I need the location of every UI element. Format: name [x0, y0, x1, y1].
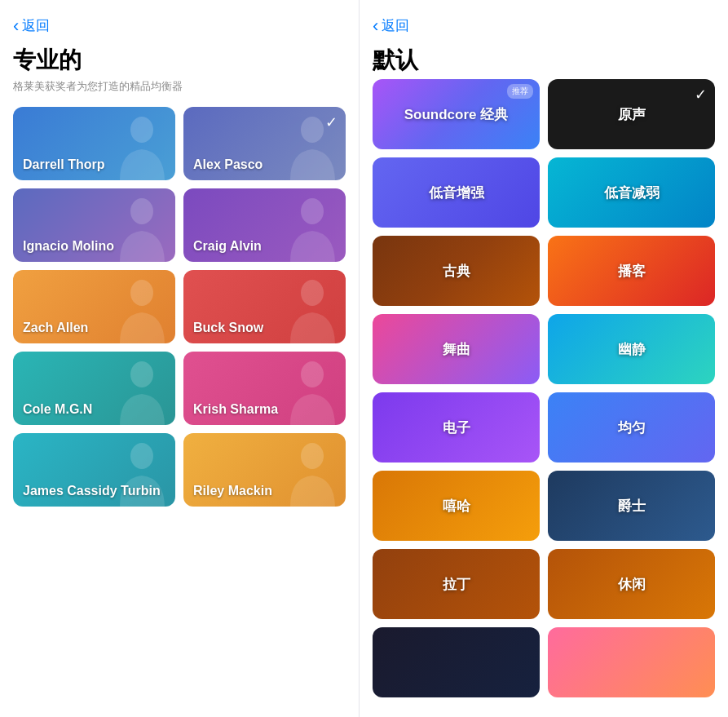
eq-card-more1[interactable]	[373, 627, 540, 697]
artist-name-james: James Cassidy Turbin	[23, 484, 161, 498]
eq-card-tranquil[interactable]: 幽静	[548, 314, 715, 384]
artist-card-james[interactable]: James Cassidy Turbin	[13, 433, 175, 507]
right-back-button[interactable]: 返回	[373, 16, 715, 35]
eq-label-latin: 拉丁	[443, 575, 470, 594]
eq-card-podcast[interactable]: 播客	[548, 236, 715, 306]
eq-card-more2[interactable]	[548, 627, 715, 697]
svg-point-0	[130, 117, 153, 143]
eq-card-hiphop[interactable]: 嘻哈	[373, 471, 540, 541]
svg-point-3	[301, 198, 324, 224]
left-panel-subtitle: 格莱美获奖者为您打造的精品均衡器	[13, 79, 346, 94]
artist-name-alex: Alex Pasco	[193, 157, 263, 172]
svg-point-6	[130, 361, 153, 387]
eq-card-dance[interactable]: 舞曲	[373, 314, 540, 384]
eq-card-latin[interactable]: 拉丁	[373, 549, 540, 619]
right-panel-title: 默认	[373, 45, 715, 76]
artist-card-alex[interactable]: ✓Alex Pasco	[183, 107, 346, 180]
artist-name-darrell: Darrell Thorp	[23, 157, 104, 172]
eq-card-relax[interactable]: 休闲	[548, 549, 715, 619]
eq-label-classical: 古典	[443, 262, 470, 281]
artist-name-buck: Buck Snow	[193, 321, 263, 335]
eq-label-jazz: 爵士	[618, 497, 646, 516]
artist-name-riley: Riley Mackin	[193, 484, 272, 498]
eq-label-dance: 舞曲	[443, 340, 470, 359]
eq-preset-grid: 推荐Soundcore 经典✓原声低音增强低音减弱古典播客舞曲幽静电子均匀嘻哈爵…	[373, 79, 715, 697]
eq-card-classical[interactable]: 古典	[373, 236, 540, 306]
eq-card-original[interactable]: ✓原声	[548, 79, 715, 149]
artist-card-craig[interactable]: Craig Alvin	[183, 188, 346, 262]
selected-checkmark: ✓	[325, 113, 338, 131]
eq-label-podcast: 播客	[618, 262, 646, 281]
artist-card-darrell[interactable]: Darrell Thorp	[13, 107, 175, 180]
eq-label-relax: 休闲	[618, 575, 646, 594]
left-panel: 返回 专业的 格莱美获奖者为您打造的精品均衡器 Darrell Thorp ✓A…	[0, 0, 359, 717]
eq-label-hiphop: 嘻哈	[443, 497, 470, 516]
right-panel: 返回 默认 推荐Soundcore 经典✓原声低音增强低音减弱古典播客舞曲幽静电…	[359, 0, 728, 717]
artist-card-ignacio[interactable]: Ignacio Molino	[13, 188, 175, 262]
selected-checkmark: ✓	[695, 86, 707, 104]
artist-card-krish[interactable]: Krish Sharma	[183, 352, 346, 425]
svg-point-1	[301, 117, 324, 143]
right-back-label: 返回	[382, 16, 409, 35]
eq-card-soundcore[interactable]: 推荐Soundcore 经典	[373, 79, 540, 149]
artist-card-zach[interactable]: Zach Allen	[13, 270, 175, 343]
eq-card-flat[interactable]: 均匀	[548, 392, 715, 463]
left-back-button[interactable]: 返回	[13, 16, 346, 35]
eq-label-original: 原声	[618, 105, 646, 124]
eq-card-bass-reduce[interactable]: 低音减弱	[548, 157, 715, 228]
eq-label-flat: 均匀	[618, 418, 646, 437]
eq-label-bass-boost: 低音增强	[429, 184, 484, 202]
svg-point-7	[301, 361, 324, 387]
eq-label-soundcore: Soundcore 经典	[404, 105, 509, 124]
artist-name-ignacio: Ignacio Molino	[23, 239, 114, 254]
artist-name-krish: Krish Sharma	[193, 402, 278, 417]
eq-label-bass-reduce: 低音减弱	[604, 184, 660, 202]
left-back-label: 返回	[22, 16, 50, 35]
eq-card-electronic[interactable]: 电子	[373, 392, 540, 463]
artist-name-cole: Cole M.G.N	[23, 402, 92, 417]
eq-card-bass-boost[interactable]: 低音增强	[373, 157, 540, 228]
svg-point-4	[130, 280, 153, 306]
eq-label-tranquil: 幽静	[618, 340, 646, 359]
eq-label-electronic: 电子	[443, 418, 470, 437]
recommended-badge: 推荐	[507, 84, 533, 99]
artist-card-buck[interactable]: Buck Snow	[183, 270, 346, 343]
artist-card-cole[interactable]: Cole M.G.N	[13, 352, 175, 425]
left-panel-title: 专业的	[13, 45, 346, 76]
artist-card-riley[interactable]: Riley Mackin	[183, 433, 346, 507]
artist-name-craig: Craig Alvin	[193, 239, 262, 254]
artist-grid: Darrell Thorp ✓Alex Pasco Ignacio Molino…	[13, 107, 346, 507]
svg-point-9	[301, 443, 324, 469]
artist-name-zach: Zach Allen	[23, 321, 88, 335]
svg-point-8	[130, 443, 153, 469]
eq-card-jazz[interactable]: 爵士	[548, 471, 715, 541]
svg-point-5	[301, 280, 324, 306]
svg-point-2	[130, 198, 153, 224]
